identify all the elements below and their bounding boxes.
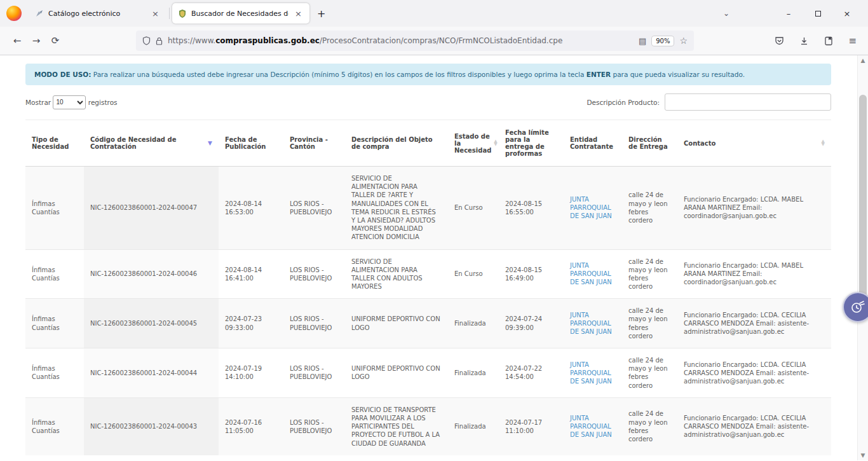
tab-title: Buscador de Necesidades de Co bbox=[191, 10, 288, 18]
tab-separator bbox=[169, 8, 170, 19]
close-window-button[interactable]: × bbox=[832, 9, 862, 18]
page-content: MODO DE USO: Para realizar una búsqueda … bbox=[0, 55, 868, 460]
page-length-select[interactable]: 10 bbox=[53, 95, 86, 109]
column-header[interactable]: Tipo de Necesidad bbox=[25, 120, 84, 167]
page-flag-icon[interactable] bbox=[824, 36, 833, 46]
cell-provincia: LOS RIOS - PUEBLOVIEJO bbox=[283, 348, 345, 398]
cell-provincia: LOS RIOS - PUEBLOVIEJO bbox=[283, 167, 345, 250]
show-entries-control: Mostrar 10 registros bbox=[25, 95, 118, 109]
scroll-up-icon[interactable]: ▲ bbox=[858, 57, 868, 64]
product-description-input[interactable] bbox=[665, 93, 831, 111]
back-icon[interactable]: ← bbox=[8, 35, 27, 46]
cell-fecha_publicacion: 2024-07-16 11:05:00 bbox=[219, 397, 283, 455]
floating-clock-widget[interactable] bbox=[843, 292, 868, 322]
forward-icon[interactable]: → bbox=[27, 35, 46, 46]
reader-mode-icon[interactable]: ▤ bbox=[639, 36, 646, 46]
cell-estado: En Curso bbox=[448, 167, 499, 250]
vertical-scrollbar[interactable]: ▲ ▼ bbox=[857, 55, 868, 460]
cell-fecha_publicacion: 2024-08-14 16:41:00 bbox=[219, 249, 283, 299]
cell-descripcion: SERVICIO DE ALIMENTACION PARA TALLER DE … bbox=[345, 167, 448, 250]
reload-icon[interactable]: ⟳ bbox=[46, 35, 65, 46]
tab-catalogo-electronico[interactable]: Catálogo electrónico × bbox=[29, 3, 166, 24]
cell-provincia: LOS RIOS - PUEBLOVIEJO bbox=[283, 397, 345, 455]
cell-tipo: Ínfimas Cuantías bbox=[25, 348, 84, 398]
column-label: Contacto bbox=[684, 140, 715, 147]
column-label: Tipo de Necesidad bbox=[32, 136, 78, 150]
filter-label: Descripción Producto: bbox=[587, 99, 660, 106]
winged-clock-icon bbox=[850, 299, 866, 315]
bookmark-star-icon[interactable]: ☆ bbox=[679, 36, 688, 46]
cell-fecha_limite: 2024-07-24 09:39:00 bbox=[499, 299, 564, 348]
column-header[interactable]: Entidad Contratante bbox=[564, 120, 622, 167]
entidad-contratante-link[interactable]: JUNTA PARROQUIAL DE SAN JUAN bbox=[570, 415, 612, 438]
show-label: Mostrar bbox=[25, 98, 51, 106]
list-tabs-icon[interactable]: ⌄ bbox=[723, 9, 729, 18]
column-label: Estado de la Necesidad bbox=[454, 133, 491, 154]
cell-direccion: calle 24 de mayo y leon febres cordero bbox=[622, 167, 677, 250]
app-menu-icon[interactable]: ≡ bbox=[848, 35, 857, 46]
url-bar[interactable]: https://www.compraspublicas.gob.ec/Proce… bbox=[136, 31, 694, 51]
entidad-contratante-link[interactable]: JUNTA PARROQUIAL DE SAN JUAN bbox=[570, 262, 612, 286]
cell-descripcion: UNIFORME DEPORTIVO CON LOGO bbox=[345, 299, 448, 348]
url-text[interactable]: https://www.compraspublicas.gob.ec/Proce… bbox=[168, 36, 634, 45]
column-label: Fecha de Publicación bbox=[225, 136, 277, 150]
tab-buscador-necesidades[interactable]: Buscador de Necesidades de Co × bbox=[172, 3, 309, 24]
column-header[interactable]: Contacto▲▼ bbox=[677, 120, 831, 167]
cell-codigo: NIC-1260023860001-2024-00043 bbox=[84, 397, 219, 455]
buscador-favicon-icon bbox=[179, 10, 186, 18]
needs-table: Tipo de NecesidadCódigo de Necesidad de … bbox=[25, 120, 831, 455]
table-row: Ínfimas CuantíasNIC-1260023860001-2024-0… bbox=[25, 397, 831, 455]
cell-entidad: JUNTA PARROQUIAL DE SAN JUAN bbox=[564, 299, 622, 348]
shield-permissions-icon[interactable] bbox=[142, 36, 151, 45]
cell-descripcion: SERVICIO DE ALIMENTACION PARA TALLER CON… bbox=[345, 249, 448, 299]
cell-tipo: Ínfimas Cuantías bbox=[25, 167, 84, 250]
table-row: Ínfimas CuantíasNIC-1260023860001-2024-0… bbox=[25, 249, 831, 299]
cell-codigo: NIC-1260023860001-2024-00045 bbox=[84, 299, 219, 348]
sort-both-icon[interactable]: ▲▼ bbox=[494, 140, 497, 146]
column-header[interactable]: Estado de la Necesidad▲▼ bbox=[448, 120, 499, 167]
pocket-icon[interactable] bbox=[775, 36, 784, 46]
column-label: Descripción del Objeto de compra bbox=[351, 136, 442, 150]
tab-title: Catálogo electrónico bbox=[48, 10, 146, 18]
column-header[interactable]: Fecha de Publicación bbox=[219, 120, 283, 167]
column-header[interactable]: Descripción del Objeto de compra bbox=[345, 120, 448, 167]
cell-direccion: calle 24 de mayo y leon febres cordero bbox=[622, 397, 677, 455]
cell-fecha_limite: 2024-08-15 16:49:00 bbox=[499, 249, 564, 299]
downloads-icon[interactable] bbox=[799, 36, 809, 46]
sort-both-icon[interactable]: ▲▼ bbox=[822, 140, 825, 146]
cell-codigo: NIC-1260023860001-2024-00046 bbox=[84, 249, 219, 299]
minimize-button[interactable]: – bbox=[774, 9, 803, 18]
cell-estado: Finalizada bbox=[448, 299, 499, 348]
entidad-contratante-link[interactable]: JUNTA PARROQUIAL DE SAN JUAN bbox=[570, 196, 612, 219]
column-header[interactable]: Fecha límite para la entrega de proforma… bbox=[499, 120, 564, 167]
restore-button[interactable] bbox=[803, 9, 832, 18]
cell-contacto: Funcionario Encargado: LCDA. MABEL ARANA… bbox=[677, 167, 831, 250]
tab-close-icon[interactable]: × bbox=[294, 9, 303, 18]
new-tab-button[interactable]: + bbox=[309, 8, 333, 20]
cell-entidad: JUNTA PARROQUIAL DE SAN JUAN bbox=[564, 167, 622, 250]
usage-banner: MODO DE USO: Para realizar una búsqueda … bbox=[25, 64, 831, 85]
table-row: Ínfimas CuantíasNIC-1260023860001-2024-0… bbox=[25, 348, 831, 398]
cell-tipo: Ínfimas Cuantías bbox=[25, 299, 84, 348]
column-header[interactable]: Dirección de Entrega bbox=[622, 120, 677, 167]
cell-fecha_limite: 2024-08-15 16:55:00 bbox=[499, 167, 564, 250]
lock-icon[interactable] bbox=[156, 37, 163, 45]
column-header[interactable]: Código de Necesidad de Contratación▼ bbox=[84, 120, 219, 167]
cell-provincia: LOS RIOS - PUEBLOVIEJO bbox=[283, 299, 345, 348]
entidad-contratante-link[interactable]: JUNTA PARROQUIAL DE SAN JUAN bbox=[570, 361, 612, 385]
cell-descripcion: UNIFORME DEPORTIVO CON LOGO bbox=[345, 348, 448, 398]
sort-desc-icon[interactable]: ▼ bbox=[208, 140, 212, 146]
column-label: Código de Necesidad de Contratación bbox=[90, 136, 205, 150]
entidad-contratante-link[interactable]: JUNTA PARROQUIAL DE SAN JUAN bbox=[570, 312, 612, 335]
cell-provincia: LOS RIOS - PUEBLOVIEJO bbox=[283, 249, 345, 299]
tab-close-icon[interactable]: × bbox=[151, 9, 160, 18]
browser-nav-bar: ← → ⟳ https://www.compraspublicas.gob.ec… bbox=[0, 27, 868, 55]
zoom-level-indicator[interactable]: 90% bbox=[651, 36, 674, 46]
scroll-down-icon[interactable]: ▼ bbox=[858, 452, 868, 458]
scrollbar-thumb[interactable] bbox=[859, 95, 867, 298]
firefox-logo-icon[interactable] bbox=[6, 6, 22, 21]
cell-contacto: Funcionario Encargado: LCDA. MABEL ARANA… bbox=[677, 249, 831, 299]
cell-entidad: JUNTA PARROQUIAL DE SAN JUAN bbox=[564, 249, 622, 299]
column-header[interactable]: Provincia - Cantón bbox=[283, 120, 345, 167]
browser-tab-bar: Catálogo electrónico × Buscador de Neces… bbox=[0, 0, 868, 27]
